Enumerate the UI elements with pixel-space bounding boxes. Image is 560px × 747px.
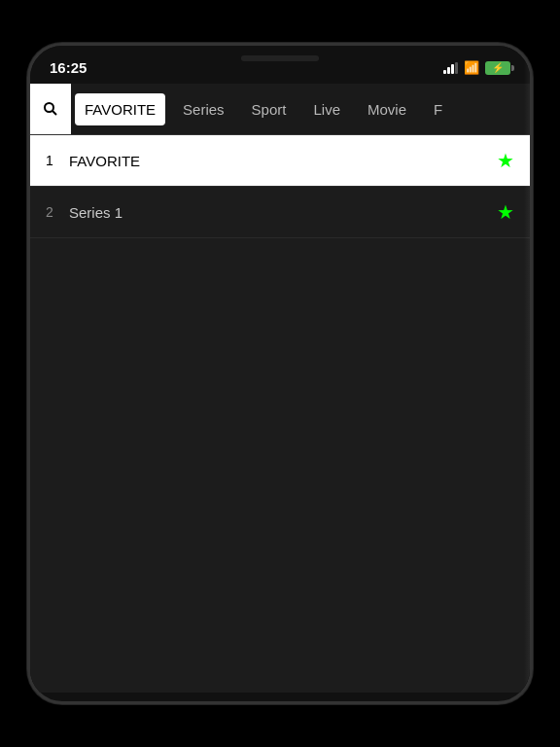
battery-icon: ⚡: [485, 61, 510, 75]
status-time: 16:25: [50, 59, 87, 76]
status-icons: 📶 ⚡: [443, 60, 510, 75]
list-item-2[interactable]: 2 Series 1 ★: [30, 187, 530, 238]
list-number-2: 2: [46, 204, 69, 220]
list-number-1: 1: [46, 153, 69, 168]
tab-favorite[interactable]: FAVORITE: [75, 93, 165, 125]
list-label-2: Series 1: [69, 204, 497, 221]
tab-live[interactable]: Live: [299, 88, 354, 131]
device-notch: [241, 55, 319, 61]
search-button[interactable]: [30, 84, 71, 134]
star-icon-2: ★: [497, 200, 514, 224]
tab-sport[interactable]: Sport: [238, 88, 300, 131]
list-label-1: FAVORITE: [69, 153, 497, 169]
device-frame: 16:25 📶 ⚡: [27, 43, 533, 704]
svg-line-1: [52, 111, 56, 115]
tab-movie[interactable]: Movie: [354, 88, 420, 131]
status-bar: 16:25 📶 ⚡: [30, 46, 530, 84]
signal-icon: [443, 62, 458, 74]
tab-bar: FAVORITE Series Sport Live Movie F: [30, 84, 530, 135]
star-icon-1: ★: [497, 149, 514, 172]
svg-point-0: [45, 103, 53, 112]
tab-more[interactable]: F: [420, 88, 456, 131]
battery-bolt: ⚡: [492, 62, 504, 73]
tab-series[interactable]: Series: [169, 88, 238, 131]
app-content: FAVORITE Series Sport Live Movie F 1 FAV…: [30, 84, 530, 693]
list-item-1[interactable]: 1 FAVORITE ★: [30, 135, 530, 187]
wifi-icon: 📶: [464, 60, 479, 75]
list-container[interactable]: 1 FAVORITE ★ 2 Series 1 ★: [30, 135, 530, 693]
